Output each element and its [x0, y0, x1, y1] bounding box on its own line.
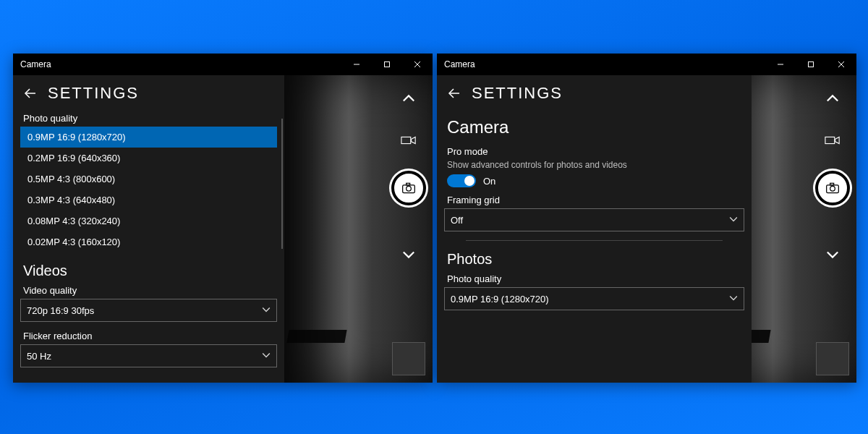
chevron-down-icon — [262, 351, 271, 362]
flicker-reduction-dropdown[interactable]: 50 Hz — [20, 344, 277, 367]
maximize-button[interactable] — [796, 54, 826, 75]
flicker-reduction-label: Flicker reduction — [23, 331, 277, 341]
settings-heading: SETTINGS — [48, 84, 139, 103]
svg-marker-5 — [412, 137, 416, 143]
settings-panel: SETTINGS Photo quality 0.9MP 16:9 (1280x… — [13, 75, 284, 383]
chevron-up-icon[interactable] — [818, 84, 847, 113]
videos-heading: Videos — [23, 263, 277, 279]
chevron-down-icon[interactable] — [394, 240, 423, 269]
photo-quality-option[interactable]: 0.3MP 4:3 (640x480) — [20, 190, 277, 210]
pro-mode-label: Pro mode — [447, 146, 744, 157]
back-button[interactable] — [22, 85, 39, 102]
window-controls — [341, 54, 433, 75]
svg-rect-8 — [407, 183, 410, 185]
camera-window-right: Camera SETTINGS Camera Pro mode — [437, 54, 856, 383]
pro-mode-description: Show advanced controls for photos and vi… — [447, 160, 744, 170]
pro-mode-toggle[interactable] — [447, 174, 476, 187]
minimize-button[interactable] — [341, 54, 372, 75]
photo-quality-option[interactable]: 0.08MP 4:3 (320x240) — [20, 210, 277, 231]
photo-quality-options[interactable]: 0.9MP 16:9 (1280x720) 0.2MP 16:9 (640x36… — [20, 127, 277, 252]
window-title: Camera — [444, 59, 475, 69]
shutter-button[interactable] — [391, 171, 426, 205]
flicker-reduction-value: 50 Hz — [27, 351, 51, 362]
photo-quality-option[interactable]: 0.02MP 4:3 (160x120) — [20, 231, 277, 252]
photo-quality-value: 0.9MP 16:9 (1280x720) — [451, 294, 549, 305]
svg-point-17 — [830, 187, 835, 192]
settings-heading: SETTINGS — [472, 84, 563, 103]
titlebar: Camera — [437, 54, 856, 75]
camera-side-toolbar — [814, 84, 851, 375]
chevron-up-icon[interactable] — [394, 84, 423, 113]
chevron-down-icon[interactable] — [818, 240, 847, 269]
video-mode-icon[interactable] — [394, 126, 423, 155]
photo-quality-option[interactable]: 0.5MP 4:3 (800x600) — [20, 169, 277, 190]
svg-rect-18 — [830, 183, 834, 185]
camera-window-left: Camera SETTINGS Photo quality — [13, 54, 433, 383]
minimize-button[interactable] — [765, 54, 796, 75]
camera-side-toolbar — [391, 84, 427, 375]
svg-rect-11 — [809, 62, 814, 67]
last-capture-thumbnail[interactable] — [816, 342, 849, 375]
photo-quality-option[interactable]: 0.2MP 16:9 (640x360) — [20, 148, 277, 169]
back-button[interactable] — [446, 85, 463, 102]
close-button[interactable] — [402, 54, 433, 75]
window-title: Camera — [20, 59, 51, 69]
scrollbar[interactable] — [281, 119, 283, 249]
titlebar: Camera — [13, 54, 433, 75]
framing-grid-label: Framing grid — [447, 195, 744, 205]
photo-quality-option[interactable]: 0.9MP 16:9 (1280x720) — [20, 127, 277, 148]
photo-quality-dropdown[interactable]: 0.9MP 16:9 (1280x720) — [444, 287, 744, 310]
pro-mode-state: On — [483, 176, 495, 187]
svg-rect-1 — [385, 62, 390, 67]
svg-marker-15 — [835, 137, 840, 143]
chevron-down-icon — [262, 305, 271, 316]
close-button[interactable] — [826, 54, 856, 75]
framing-grid-value: Off — [451, 215, 463, 226]
settings-panel: SETTINGS Camera Pro mode Show advanced c… — [437, 75, 752, 383]
chevron-down-icon — [729, 215, 738, 226]
last-capture-thumbnail[interactable] — [392, 342, 425, 375]
chevron-down-icon — [729, 294, 738, 305]
maximize-button[interactable] — [372, 54, 402, 75]
photos-heading: Photos — [447, 251, 744, 268]
video-quality-dropdown[interactable]: 720p 16:9 30fps — [20, 299, 277, 322]
photo-quality-label: Photo quality — [23, 113, 277, 124]
video-quality-label: Video quality — [23, 285, 277, 296]
framing-grid-dropdown[interactable]: Off — [444, 208, 744, 231]
shutter-button[interactable] — [815, 171, 850, 205]
svg-rect-14 — [825, 137, 835, 143]
video-mode-icon[interactable] — [818, 126, 847, 155]
section-divider — [466, 240, 723, 241]
window-controls — [765, 54, 856, 75]
camera-heading: Camera — [447, 117, 744, 137]
svg-point-7 — [407, 187, 412, 192]
svg-rect-4 — [401, 137, 411, 143]
photo-quality-label: Photo quality — [447, 273, 744, 284]
video-quality-value: 720p 16:9 30fps — [27, 305, 94, 316]
